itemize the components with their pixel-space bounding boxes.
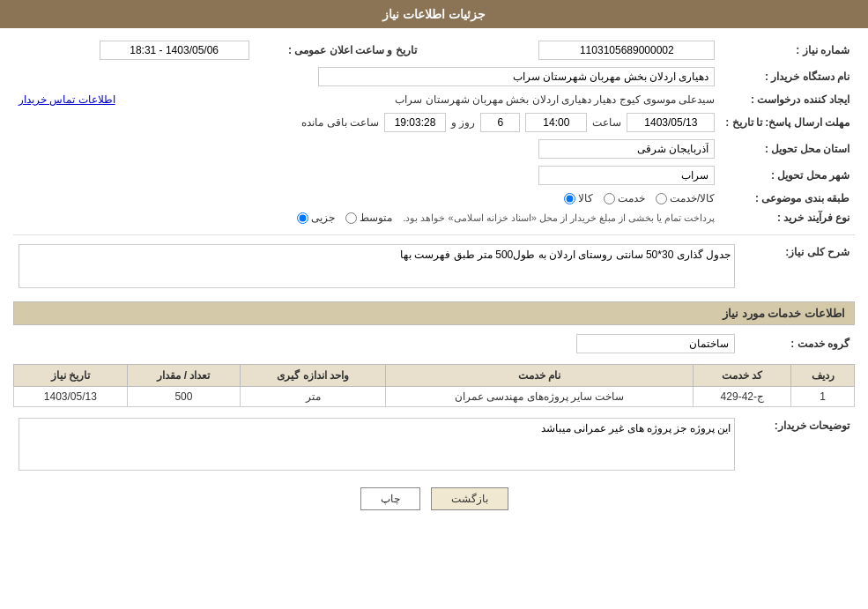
cell-unit: متر — [241, 387, 386, 407]
province-input[interactable] — [538, 139, 715, 159]
purchase-jozvi-item: جزیی — [297, 212, 335, 224]
category-kala-khadamat-radio[interactable] — [656, 193, 667, 204]
row-city: شهر محل تحویل : — [13, 162, 855, 189]
info-table: شماره نیاز : تاریخ و ساعت اعلان عمومی : … — [13, 37, 855, 227]
category-khadamat-item: خدمت — [604, 192, 645, 204]
response-date-input[interactable] — [627, 113, 715, 132]
cell-row-num: 1 — [791, 387, 855, 407]
category-khadamat-label: خدمت — [618, 192, 645, 204]
response-remaining-input[interactable] — [384, 113, 446, 132]
announce-datetime-label: تاریخ و ساعت اعلان عمومی : — [255, 37, 422, 63]
cell-quantity: 500 — [127, 387, 241, 407]
category-kala-radio[interactable] — [564, 193, 575, 204]
bottom-buttons: بازگشت چاپ — [13, 487, 855, 524]
category-khadamat-radio[interactable] — [604, 193, 615, 204]
cell-code: ج-42-429 — [694, 387, 791, 407]
service-group-label: گروه خدمت : — [740, 330, 855, 357]
table-row: 1 ج-42-429 ساخت سایر پروژه‌های مهندسی عم… — [14, 387, 855, 407]
city-label: شهر محل تحویل : — [720, 162, 855, 189]
services-header-row: ردیف کد خدمت نام خدمت واحد اندازه گیری ت… — [14, 365, 855, 387]
category-kala-item: کالا — [564, 192, 593, 204]
purchase-jozvi-label: جزیی — [311, 212, 335, 224]
need-number-label: شماره نیاز : — [720, 37, 855, 63]
category-radio-group: کالا/خدمت خدمت کالا — [19, 192, 715, 204]
need-number-value — [440, 37, 721, 63]
row-province: استان محل تحویل : — [13, 136, 855, 162]
response-deadline-label: مهلت ارسال پاسخ: تا تاریخ : — [720, 109, 855, 136]
buyer-desc-table: توضیحات خریدار: این پروژه جز پروژه های غ… — [13, 414, 855, 477]
main-content: شماره نیاز : تاریخ و ساعت اعلان عمومی : … — [0, 28, 868, 532]
row-service-group: گروه خدمت : — [13, 330, 855, 357]
row-buyer-desc: توضیحات خریدار: این پروژه جز پروژه های غ… — [13, 414, 855, 477]
services-table-head: ردیف کد خدمت نام خدمت واحد اندازه گیری ت… — [14, 365, 855, 387]
creator-text: سیدعلی موسوی کیوج دهیار دهیاری اردلان بخ… — [395, 93, 715, 106]
response-days-label: روز و — [451, 116, 475, 129]
category-label: طبقه بندی موضوعی : — [720, 189, 855, 208]
response-time-label: ساعت — [592, 116, 621, 129]
creator-value: سیدعلی موسوی کیوج دهیار دهیاری اردلان بخ… — [255, 90, 721, 109]
purchase-motavaset-radio[interactable] — [345, 212, 357, 224]
row-category: طبقه بندی موضوعی : کالا/خدمت خدمت کالا — [13, 189, 855, 208]
purchase-note: پرداخت تمام یا بخشی از مبلغ خریدار از مح… — [403, 212, 715, 224]
category-kala-label: کالا — [578, 192, 593, 204]
col-code: کد خدمت — [694, 365, 791, 387]
services-table-body: 1 ج-42-429 ساخت سایر پروژه‌های مهندسی عم… — [14, 387, 855, 407]
announce-datetime-value — [13, 37, 255, 63]
buyer-desc-label: توضیحات خریدار: — [740, 414, 855, 477]
need-summary-textarea[interactable]: جدول گذاری 30*50 سانتی روستای اردلان به … — [19, 244, 735, 288]
buyer-org-value — [13, 63, 720, 90]
divider-1 — [13, 234, 855, 235]
purchase-motavaset-label: متوسط — [360, 212, 392, 224]
page-header: جزئیات اطلاعات نیاز — [0, 0, 868, 28]
buyer-org-input[interactable] — [318, 67, 715, 86]
page-container: جزئیات اطلاعات نیاز شماره نیاز : تاریخ و… — [0, 0, 868, 609]
print-button[interactable]: چاپ — [360, 487, 420, 510]
category-kala-khadamat-item: کالا/خدمت — [656, 192, 715, 204]
buyer-org-label: نام دستگاه خریدار : — [720, 63, 855, 90]
col-date: تاریخ نیاز — [14, 365, 128, 387]
contact-link[interactable]: اطلاعات تماس خریدار — [19, 93, 115, 106]
category-kala-khadamat-label: کالا/خدمت — [670, 192, 715, 204]
buyer-desc-textarea[interactable]: این پروژه جز پروژه های غیر عمرانی میباشد — [19, 418, 735, 471]
purchase-type-label: نوع فرآیند خرید : — [720, 208, 855, 227]
row-buyer-org: نام دستگاه خریدار : — [13, 63, 855, 90]
time-row: ساعت روز و ساعت باقی مانده — [19, 113, 715, 132]
col-quantity: تعداد / مقدار — [127, 365, 241, 387]
row-need-summary: شرح کلی نیاز: جدول گذاری 30*50 سانتی روس… — [13, 241, 855, 294]
services-section-header: اطلاعات خدمات مورد نیاز — [13, 301, 855, 325]
service-group-table: گروه خدمت : — [13, 330, 855, 357]
col-row-num: ردیف — [791, 365, 855, 387]
col-name: نام خدمت — [385, 365, 693, 387]
cell-name: ساخت سایر پروژه‌های مهندسی عمران — [385, 387, 693, 407]
row-purchase-type: نوع فرآیند خرید : پرداخت تمام یا بخشی از… — [13, 208, 855, 227]
back-button[interactable]: بازگشت — [431, 487, 508, 510]
need-summary-table: شرح کلی نیاز: جدول گذاری 30*50 سانتی روس… — [13, 241, 855, 294]
need-number-input[interactable] — [538, 41, 715, 60]
row-creator: ایجاد کننده درخواست : سیدعلی موسوی کیوج … — [13, 90, 855, 109]
announce-datetime-input[interactable] — [100, 41, 249, 60]
province-label: استان محل تحویل : — [720, 136, 855, 162]
purchase-type-row: پرداخت تمام یا بخشی از مبلغ خریدار از مح… — [19, 212, 715, 224]
city-input[interactable] — [538, 166, 715, 185]
creator-label: ایجاد کننده درخواست : — [720, 90, 855, 109]
response-hours-label: ساعت باقی مانده — [301, 116, 379, 129]
cell-date: 1403/05/13 — [14, 387, 128, 407]
purchase-motavaset-item: متوسط — [345, 212, 392, 224]
row-response-deadline: مهلت ارسال پاسخ: تا تاریخ : ساعت روز و س… — [13, 109, 855, 136]
purchase-jozvi-radio[interactable] — [297, 212, 308, 224]
services-table: ردیف کد خدمت نام خدمت واحد اندازه گیری ت… — [13, 364, 855, 407]
col-unit: واحد اندازه گیری — [241, 365, 386, 387]
row-need-number: شماره نیاز : تاریخ و ساعت اعلان عمومی : — [13, 37, 855, 63]
service-group-input[interactable] — [576, 334, 735, 353]
page-title: جزئیات اطلاعات نیاز — [382, 7, 486, 21]
need-summary-label: شرح کلی نیاز: — [740, 241, 855, 294]
response-days-input[interactable] — [480, 113, 520, 132]
response-time-input[interactable] — [525, 113, 587, 132]
